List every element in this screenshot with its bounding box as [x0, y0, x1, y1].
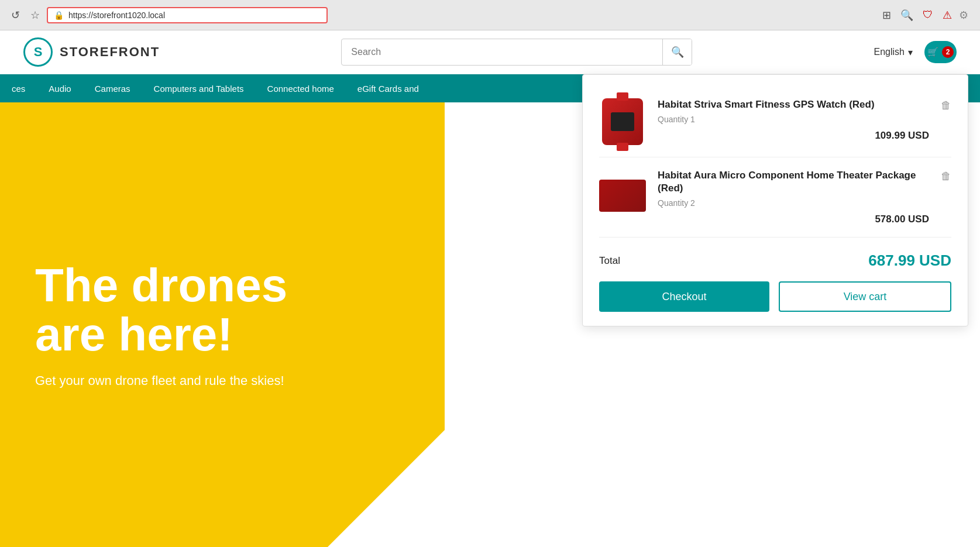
cart-item-image-watch [599, 98, 646, 145]
cart-item-delete-button[interactable]: 🗑 [941, 99, 951, 112]
refresh-button[interactable]: ↺ [7, 7, 23, 23]
cart-count: 2 [942, 46, 954, 58]
hero-triangle [328, 430, 445, 547]
cart-item-price: 109.99 USD [658, 130, 929, 142]
cart-total-value: 687.99 USD [868, 252, 951, 270]
shield-icon[interactable]: 🛡 [923, 9, 933, 21]
language-selector[interactable]: English ▾ [874, 47, 913, 58]
cart-item-quantity: Quantity 1 [658, 115, 929, 124]
warning-icon[interactable]: ⚠ [943, 9, 952, 22]
address-bar[interactable]: 🔒 [47, 7, 328, 23]
zoom-icon[interactable]: 🔍 [900, 9, 913, 22]
cart-icon: 🛒 [927, 47, 938, 57]
search-button[interactable]: 🔍 [662, 39, 692, 66]
nav-item-connected-home[interactable]: Connected home [256, 74, 346, 102]
search-input[interactable] [342, 47, 662, 57]
header-right: English ▾ 🛒 2 [874, 41, 957, 63]
browser-chrome: ↺ ☆ 🔒 ⊞ 🔍 🛡 ⚠ ⚙ [0, 0, 980, 30]
chevron-down-icon: ▾ [908, 47, 913, 58]
search-box: 🔍 [341, 39, 692, 66]
language-label: English [874, 47, 905, 57]
cart-button[interactable]: 🛒 2 [924, 41, 957, 63]
lock-icon: 🔒 [54, 11, 64, 20]
grid-icon[interactable]: ⊞ [882, 9, 891, 22]
cart-item-name: Habitat Aura Micro Component Home Theate… [658, 169, 929, 195]
logo[interactable]: S STOREFRONT [23, 37, 160, 67]
cart-total-row: Total 687.99 USD [599, 238, 951, 281]
view-cart-button[interactable]: View cart [779, 281, 951, 312]
logo-text: STOREFRONT [60, 44, 160, 60]
cart-item-image-theater [599, 169, 646, 216]
bookmark-button[interactable]: ☆ [30, 9, 40, 22]
nav-item-cameras[interactable]: Cameras [83, 74, 142, 102]
browser-right-icons: ⊞ 🔍 🛡 ⚠ [882, 9, 952, 22]
checkout-button[interactable]: Checkout [599, 281, 769, 312]
cart-actions: Checkout View cart [599, 281, 951, 314]
watch-screen [611, 112, 634, 131]
cart-dropdown: Habitat Striva Smart Fitness GPS Watch (… [582, 74, 968, 326]
watch-product-image [602, 98, 643, 145]
cart-item-delete-button[interactable]: 🗑 [941, 170, 951, 183]
hero-section: The drones are here! Get your own drone … [0, 102, 445, 547]
cart-item: Habitat Aura Micro Component Home Theate… [599, 157, 951, 238]
cart-item-info: Habitat Striva Smart Fitness GPS Watch (… [658, 98, 929, 142]
cart-item-info: Habitat Aura Micro Component Home Theate… [658, 169, 929, 225]
hero-main-text: The drones are here! [35, 261, 410, 359]
cart-item-name: Habitat Striva Smart Fitness GPS Watch (… [658, 98, 929, 111]
cart-item-price: 578.00 USD [658, 214, 929, 225]
watch-band-top [617, 92, 628, 101]
search-area: 🔍 [160, 39, 874, 66]
cart-item-quantity: Quantity 2 [658, 198, 929, 208]
settings-icon[interactable]: ⚙ [959, 9, 968, 22]
cart-total-label: Total [599, 255, 620, 267]
theater-product-image [599, 180, 646, 212]
watch-band-bottom [617, 143, 628, 151]
url-input[interactable] [68, 11, 291, 20]
hero-sub-text: Get your own drone fleet and rule the sk… [35, 373, 410, 388]
nav-item-egift[interactable]: eGift Cards and [346, 74, 431, 102]
logo-circle: S [23, 37, 53, 67]
cart-item: Habitat Striva Smart Fitness GPS Watch (… [599, 87, 951, 157]
nav-item-ces[interactable]: ces [0, 74, 37, 102]
nav-item-audio[interactable]: Audio [37, 74, 82, 102]
site-header: S STOREFRONT 🔍 English ▾ 🛒 2 [0, 30, 980, 74]
nav-item-computers[interactable]: Computers and Tablets [142, 74, 256, 102]
